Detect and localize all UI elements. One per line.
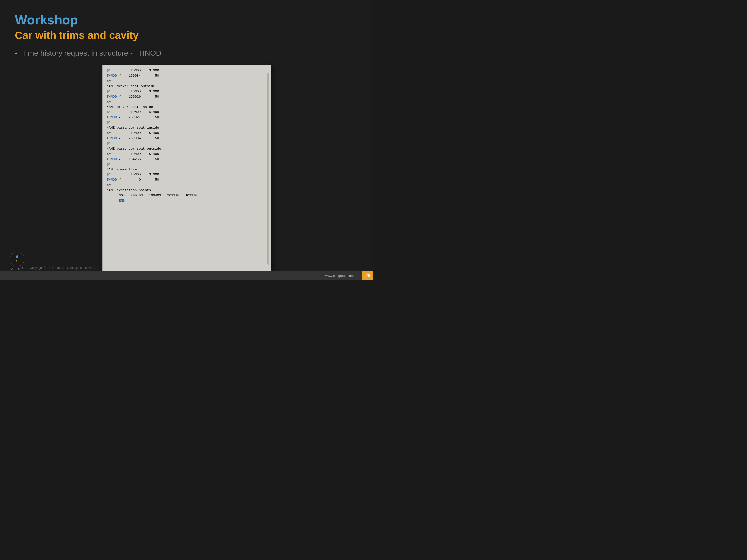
code-line-20: NAME spare tire — [107, 167, 267, 172]
code-line-4: NAME driver seat outside — [107, 84, 267, 89]
code-line-24: NAME excitation points — [107, 188, 267, 193]
code-panel-wrapper: $# IDNOD ISTMOD THNOD / 159084 50 $# NAM… — [15, 65, 359, 272]
code-line-26: END — [107, 198, 267, 204]
code-line-7: $# — [107, 100, 267, 105]
code-line-9: $# IDNOD ISTMOD — [107, 110, 267, 115]
code-line-17: $# IDNOD ISTMOD — [107, 152, 267, 157]
bullet-text: Time history request in structure - THNO… — [22, 49, 161, 57]
footer-logo: e si get it right® — [10, 252, 24, 270]
code-line-15: $# — [107, 141, 267, 146]
code-line-14: THNOD / 259084 50 — [107, 136, 267, 141]
scrollbar[interactable] — [267, 73, 269, 265]
code-line-3: $# — [107, 79, 267, 84]
code-line-21: $# IDNOD ISTMOD — [107, 172, 267, 178]
code-line-6: THNOD / 159026 50 — [107, 94, 267, 100]
code-line-18: THNOD / 164255 50 — [107, 157, 267, 162]
bullet-section: • Time history request in structure - TH… — [15, 49, 359, 57]
code-line-2: THNOD / 159084 50 — [107, 74, 267, 79]
code-line-13: $# IDNOD ISTMOD — [107, 131, 267, 136]
code-line-5: $# IDNOD ISTMOD — [107, 89, 267, 94]
footer-url: www.esi-group.com — [326, 274, 354, 277]
code-line-19: $# — [107, 162, 267, 167]
code-line-22: THNOD / 0 50 — [107, 178, 267, 183]
copyright-text: Copyright © ESI Group, 2016. All rights … — [30, 266, 95, 270]
code-line-8: NAME driver seat inside — [107, 105, 267, 110]
title-workshop: Workshop — [15, 12, 359, 27]
footer-bar: www.esi-group.com — [0, 271, 374, 280]
code-panel: $# IDNOD ISTMOD THNOD / 159084 50 $# NAM… — [102, 65, 272, 272]
code-line-23: $# — [107, 183, 267, 188]
slide-container: Workshop Car with trims and cavity • Tim… — [0, 0, 374, 280]
page-number: 28 — [362, 271, 374, 280]
code-line-16: NAME passenger seat outside — [107, 146, 267, 152]
code-line-1: $# IDNOD ISTMOD — [107, 68, 267, 74]
bullet-dot: • — [15, 49, 18, 57]
svg-text:si: si — [16, 260, 19, 262]
code-line-11: $# — [107, 120, 267, 126]
esi-logo-icon: e si — [10, 252, 24, 266]
code-line-12: NAME passanger seat inside — [107, 126, 267, 131]
code-line-10: THNOD / 259027 50 — [107, 115, 267, 120]
svg-text:e: e — [16, 254, 19, 259]
title-subtitle: Car with trims and cavity — [15, 29, 359, 41]
code-line-25: NOD 200403 100403 209910 109910 — [107, 193, 267, 198]
logo-tagline: get it right® — [11, 267, 23, 270]
